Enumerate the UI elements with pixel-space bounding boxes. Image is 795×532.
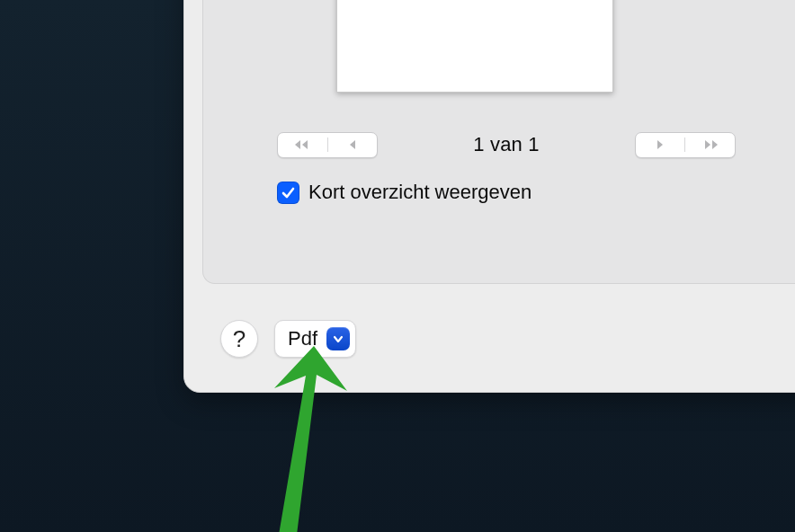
left-icon: [347, 139, 358, 150]
right-icon: [655, 139, 665, 150]
pdf-dropdown-button[interactable]: Pdf: [274, 320, 356, 358]
chevron-down-icon: [326, 327, 350, 350]
pager-back-group[interactable]: [277, 132, 378, 158]
pager: 1 van 1: [277, 129, 736, 161]
dialog-footer: ? Pdf: [220, 320, 356, 358]
print-dialog-window: 1 van 1: [183, 0, 795, 393]
check-icon: [281, 185, 296, 200]
help-button[interactable]: ?: [220, 320, 258, 358]
first-page-button[interactable]: [278, 139, 327, 150]
preview-page: [336, 0, 613, 93]
prev-page-button[interactable]: [328, 139, 378, 150]
show-summary-checkbox[interactable]: [277, 182, 299, 204]
desktop-background: 1 van 1: [0, 0, 795, 532]
show-summary-row: Kort overzicht weergeven: [277, 181, 531, 204]
next-page-button[interactable]: [636, 139, 685, 150]
double-right-icon: [701, 139, 720, 150]
last-page-button[interactable]: [685, 139, 735, 150]
show-summary-label: Kort overzicht weergeven: [308, 181, 531, 204]
pdf-dropdown-label: Pdf: [288, 327, 317, 350]
double-left-icon: [292, 139, 312, 150]
page-indicator-label: 1 van 1: [473, 133, 540, 156]
pager-forward-group[interactable]: [635, 132, 736, 158]
preview-panel: 1 van 1: [202, 0, 795, 284]
